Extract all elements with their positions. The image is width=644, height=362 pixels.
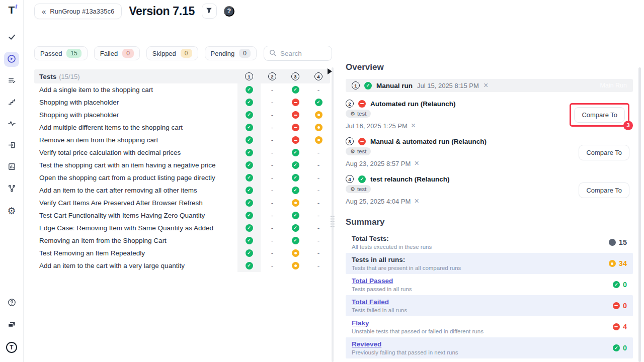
nav-import[interactable] [4,138,19,153]
status-cell-1 [237,171,261,184]
run-tag[interactable]: ⚙ test [346,147,371,155]
table-row[interactable]: Shopping with placeholder - [34,109,330,121]
branch-icon [8,184,16,194]
account-logo-icon: T [6,342,17,353]
table-row[interactable]: Test Cart Functionality with Items Havin… [34,209,330,222]
status-cell-3 [284,96,307,109]
nav-test-plans[interactable] [4,73,19,88]
nav-help[interactable] [4,296,19,311]
compare-to-button[interactable]: Compare To [574,107,625,123]
status-passed-icon [246,262,253,269]
status-cell-1 [237,222,261,234]
table-row[interactable]: Test Removing an Item Repeatedly - - [34,247,330,259]
filter-chip[interactable]: Passed 15 [34,46,88,60]
status-passed-icon [246,86,253,94]
status-skipped-icon [315,136,323,144]
status-cell-1 [237,146,261,159]
play-circle-icon [7,54,16,65]
status-passed-icon [246,161,253,169]
nav-runs[interactable] [4,52,19,67]
vertical-scrollbar[interactable] [638,67,641,362]
nav-pulse[interactable] [4,117,19,132]
status-passed-icon [246,124,253,131]
status-cell-1 [237,134,261,146]
table-row[interactable]: Shopping with placeholder - [34,96,330,109]
search-input[interactable] [280,50,327,57]
nav-analytics[interactable] [4,160,19,175]
table-row[interactable]: Add a single item to the shopping cart -… [34,83,330,96]
help-button[interactable]: ? [224,6,234,17]
status-passed-icon [292,149,299,156]
nav-branches[interactable] [4,182,19,197]
remove-run-icon[interactable]: × [414,159,419,167]
run-tag-label: test [357,148,367,154]
status-failed-icon [292,111,299,119]
filter-chip-count: 0 [239,49,251,58]
filter-chip[interactable]: Pending 0 [205,46,257,60]
test-name: Add an item to the cart with a very larg… [39,259,237,272]
run-name: test relaunch (Relaunch) [370,175,450,183]
status-passed-icon [246,99,253,106]
summary-row-link[interactable]: Total Passed [352,277,613,285]
summary-row-desc: Previously failing that passed in next r… [352,349,613,355]
summary-row-link[interactable]: Revieved [352,340,613,348]
test-name: Test the shopping cart with an item havi… [39,159,237,171]
run-status-icon [358,100,366,108]
run-tag[interactable]: ⚙ test [346,110,371,118]
nav-tasks[interactable] [4,30,19,45]
summary-row-link[interactable]: Flaky [352,319,613,327]
run-tag[interactable]: ⚙ test [346,185,371,193]
status-cell-2: - [261,109,284,121]
compare-to-button[interactable]: Compare To [579,145,629,160]
nav-steps[interactable] [4,95,19,110]
status-cell-4 [307,109,330,121]
search-box[interactable] [264,46,332,61]
filter-button[interactable] [202,4,217,19]
run-date: Aug 25, 2025 4:04 PM [346,198,411,205]
annotation-step-badge: 3 [623,121,633,130]
column-header-2: 2 [261,72,284,80]
rungroup-back-button[interactable]: « RunGroup #13a335c6 [34,4,122,19]
status-cell-4: - [307,146,330,159]
test-name: Open the shopping cart from a product li… [39,171,237,184]
remove-run-icon[interactable]: × [414,197,419,205]
filter-chip[interactable]: Skipped 0 [146,46,198,60]
chart-box-icon [8,162,16,172]
status-cell-3 [284,109,307,121]
remove-run-icon[interactable]: × [411,122,416,130]
table-row[interactable]: Open the shopping cart from a product li… [34,171,330,184]
status-cell-1 [237,259,261,272]
table-row[interactable]: Add an item to the cart after removing a… [34,184,330,197]
compare-to-button[interactable]: Compare To [579,183,629,198]
table-row[interactable]: Test the shopping cart with an item havi… [34,159,330,171]
table-row[interactable]: Remove an item from the shopping cart - [34,134,330,146]
nav-account[interactable]: T [4,340,19,355]
status-cell-1 [237,184,261,197]
table-row[interactable]: Verify Cart Items Are Preserved After Br… [34,197,330,209]
summary-row-link[interactable]: Total Failed [352,298,613,306]
rail-bottom: T [4,296,19,355]
panel-divider[interactable] [332,67,334,362]
table-row[interactable]: Add an item to the cart with a very larg… [34,259,330,272]
divider-drag-handle[interactable] [330,215,335,228]
status-passed-icon [246,136,253,144]
status-failed-icon [292,136,299,144]
table-row[interactable]: Removing an Item from the Shopping Cart … [34,234,330,247]
gear-icon: ⚙ [350,149,355,154]
filter-chip[interactable]: Failed 0 [94,46,140,60]
nav-settings[interactable]: ⚙ [4,203,19,218]
status-passed-icon [292,174,299,182]
status-skipped-icon [292,262,299,269]
status-passed-icon [292,86,299,94]
remove-run-icon[interactable]: × [484,81,488,89]
table-row[interactable]: Edge Case: Removing Item with Same Quant… [34,222,330,234]
nav-projects[interactable] [4,318,19,333]
summary-row: Total Tests: All tests executed in these… [346,232,633,253]
run-tag-label: test [357,111,367,117]
summary-row-desc: Tests failed in all runs [352,307,613,313]
status-cell-1 [237,209,261,222]
main-run-row[interactable]: 1 Manual run Jul 15, 2025 8:15 PM × Main… [346,79,633,92]
table-row[interactable]: Verify total price calculation with deci… [34,146,330,159]
help-circle-icon [8,298,16,308]
table-row[interactable]: Add multiple different items to the shop… [34,121,330,134]
